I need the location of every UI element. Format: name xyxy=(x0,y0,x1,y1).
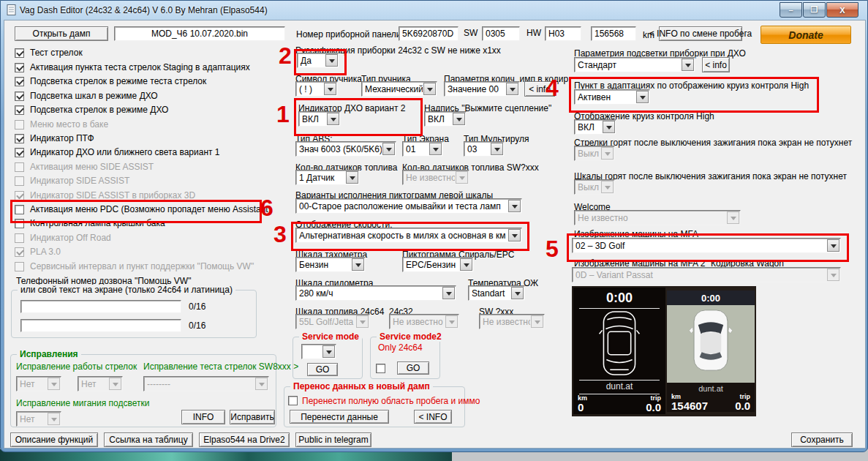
speed-display-dropdown[interactable]: Альтернативная скорость в милях а основн… xyxy=(295,228,522,243)
drive2-button[interactable]: Elpaso544 на Drive2 xyxy=(199,432,290,447)
custom-text-line1-input[interactable] xyxy=(20,300,181,313)
checkbox-box[interactable] xyxy=(15,176,24,186)
odometer-field[interactable]: 156568 xyxy=(591,26,636,41)
checkbox-box[interactable] xyxy=(15,148,24,157)
checkbox-box[interactable] xyxy=(15,63,24,72)
checkbox-box[interactable] xyxy=(15,134,24,143)
checkbox-arrows-backlight-drl[interactable]: Подсветка стрелок в режиме ДХО xyxy=(15,104,168,116)
service-mode-dropdown[interactable] xyxy=(301,344,336,359)
donate-button[interactable]: Donate xyxy=(761,26,851,44)
checkbox-scales-backlight-drl[interactable]: Подсветка шкал в режиме ДХО xyxy=(15,90,158,102)
minimize-button[interactable]: – xyxy=(780,2,802,18)
checkbox-box[interactable] xyxy=(15,262,24,271)
arrows-work-fix-dropdown2[interactable]: Нет xyxy=(78,376,123,391)
checkbox-pdc-menu[interactable]: Активация меню PDC (Возможно пропадет ме… xyxy=(15,203,271,215)
dump-filename-field[interactable]: MOD_Ч6 10.07.2020.bin xyxy=(114,26,285,41)
checkbox-drl-indicator-v1[interactable]: Индикатор ДХО или ближнего света вариант… xyxy=(15,146,220,158)
handbrake-type-dropdown[interactable]: Механический xyxy=(361,81,437,97)
pictograms-dropdown[interactable]: 00-Старое расположение омывайки и теста … xyxy=(295,198,522,214)
checkbox-side-assist-menu[interactable]: Активация меню SIDE ASSIST xyxy=(15,161,154,173)
russification-dropdown[interactable]: Да xyxy=(297,53,339,68)
transfer-checkbox-label: Перенести полную область пробега и иммо xyxy=(302,396,480,406)
service-mode2-go-button[interactable]: GO xyxy=(397,361,429,375)
welcome-dropdown[interactable]: Не известно xyxy=(574,210,741,225)
fuel-scale-sw-dropdown[interactable]: Не известно xyxy=(479,314,545,329)
mfa-preview-photos: 0:00 dunt.at km0 trip0.0 xyxy=(572,286,756,416)
maximize-button[interactable]: ❒ xyxy=(803,2,826,18)
telegram-button[interactable]: Public in telegram xyxy=(295,432,371,447)
needles-glow-dropdown[interactable]: Выкл xyxy=(574,146,615,161)
mileage-info-button[interactable]: < INFO по смене пробега xyxy=(659,26,742,41)
pulses-dropdown[interactable]: Значение 00 xyxy=(444,81,520,97)
title-bar[interactable]: Vag Dash Editor (24c32 & 24c64) V 6.0 By… xyxy=(1,1,867,20)
functions-description-button[interactable]: Описание функций xyxy=(10,432,98,447)
hw-field[interactable]: H03 xyxy=(545,26,581,41)
speedo-scale-dropdown[interactable]: 280 км/ч xyxy=(295,285,456,301)
fuel-sensors-dropdown[interactable]: 1 Датчик xyxy=(295,170,360,185)
open-dump-button[interactable]: Открыть дамп xyxy=(15,26,108,41)
table-link-button[interactable]: Ссылка на таблицу xyxy=(104,432,193,447)
transfer-data-button[interactable]: Перенести данные xyxy=(290,410,389,424)
clutch-dropdown[interactable]: ВКЛ xyxy=(424,111,467,127)
checkbox-pla30[interactable]: PLA 3.0 xyxy=(15,246,61,258)
arrows-test-fix-dropdown[interactable]: -------- xyxy=(143,376,269,391)
checkbox-box[interactable] xyxy=(15,162,24,172)
save-button[interactable]: Сохранить xyxy=(791,432,853,447)
annotation-number-4: 4 xyxy=(546,75,559,102)
abs-type-dropdown[interactable]: Знач 6003 (5K0/5K6) xyxy=(295,141,396,157)
checkbox-box[interactable] xyxy=(15,233,24,243)
screen-type-dropdown[interactable]: 01 xyxy=(402,141,443,157)
fuel-sensors-sw-dropdown[interactable]: Не известно xyxy=(402,170,469,185)
drl-backlight-param-dropdown[interactable]: Стандарт xyxy=(574,57,695,72)
spiral-pictogram-dropdown[interactable]: EPC/Бензин xyxy=(402,257,474,272)
checkbox-staging-adaptation[interactable]: Активация пункта теста стрелок Staging в… xyxy=(15,61,250,73)
service-mode2-checkbox[interactable] xyxy=(376,364,385,373)
checkbox-fuel-menu[interactable]: Меню место в баке xyxy=(15,119,108,130)
fuel-scale-24c32-dropdown[interactable]: Не известно xyxy=(389,314,459,329)
checkbox-service-interval[interactable]: Сервисный интервал и пункт поддержки "По… xyxy=(15,261,254,272)
handbrake-symbol-dropdown[interactable]: ( ! ) xyxy=(295,81,338,97)
scales-glow-dropdown[interactable]: Выкл xyxy=(574,179,615,195)
drl-variant2-dropdown[interactable]: ВКЛ xyxy=(298,111,341,127)
close-button[interactable]: X xyxy=(826,2,858,18)
fixes-info-button[interactable]: INFO xyxy=(181,410,225,424)
mfa-car-image-dropdown[interactable]: 02 – 3D Golf xyxy=(572,238,841,253)
sw-field[interactable]: 0305 xyxy=(482,26,520,41)
transfer-full-area-checkbox[interactable] xyxy=(288,396,298,405)
checkbox-box[interactable] xyxy=(15,219,24,228)
checkbox-tank-cap-lamp[interactable]: Контрольная лампа крышки бака xyxy=(15,217,165,229)
tacho-scale-dropdown[interactable]: Бензин xyxy=(295,257,366,272)
checkbox-side-assist-3d[interactable]: Индикатор SIDE ASSIST в приборках 3D xyxy=(15,190,195,201)
checkbox-side-assist-indicator[interactable]: Индикатор SIDE ASSIST xyxy=(15,175,129,187)
checkbox-box[interactable] xyxy=(15,120,24,130)
checkbox-box[interactable] xyxy=(15,105,24,115)
checkbox-test-arrows[interactable]: Тест стрелок xyxy=(15,47,83,59)
mfa2-car-image-dropdown[interactable]: 0D – Variant Passat xyxy=(572,267,841,282)
service-mode-go-button[interactable]: GO xyxy=(307,363,338,376)
checkbox-box[interactable] xyxy=(15,191,24,200)
cruise-display-dropdown[interactable]: ВКЛ xyxy=(574,119,616,135)
fixes-apply-button[interactable]: Исправить xyxy=(230,410,275,424)
arrows-work-fix-dropdown1[interactable]: Нет xyxy=(16,376,61,391)
needles-glow-label: Стрелки горят после выключения зажигания… xyxy=(574,138,852,148)
custom-text-line2-input[interactable] xyxy=(20,319,181,332)
panel-number-field[interactable]: 5K6920870D xyxy=(399,26,458,41)
checkbox-ptf-indicator[interactable]: Индикатор ПТФ xyxy=(15,132,94,144)
checkbox-arrows-backlight-test[interactable]: Подсветка стрелок в режиме теста стрелок xyxy=(15,75,206,87)
trip-value: 0.0 xyxy=(735,400,750,412)
mfa-preview-color: 0:00 dunt.at km154607 trip0.0 xyxy=(667,291,755,412)
transfer-info-button[interactable]: < INFO xyxy=(414,410,452,424)
wheel-type-dropdown[interactable]: 03 xyxy=(464,141,505,157)
checkbox-box[interactable] xyxy=(15,48,24,58)
coolant-temp-dropdown[interactable]: Standart xyxy=(468,285,525,301)
checkbox-box[interactable] xyxy=(15,77,24,86)
checkbox-box[interactable] xyxy=(15,205,24,214)
backlight-fix-dropdown[interactable]: Нет xyxy=(16,411,61,427)
panel-number-label: Номер приборной панели: xyxy=(296,29,404,40)
checkbox-box[interactable] xyxy=(15,247,24,257)
backlight-info-button[interactable]: < info xyxy=(702,57,730,72)
fuel-scale-24c64-dropdown[interactable]: 55L Golf/Jetta xyxy=(295,314,370,329)
checkbox-offroad-indicator[interactable]: Индикатор Off Road xyxy=(15,232,111,244)
checkbox-box[interactable] xyxy=(15,91,24,101)
cruise-adaptation-dropdown[interactable]: Активен xyxy=(574,89,650,105)
